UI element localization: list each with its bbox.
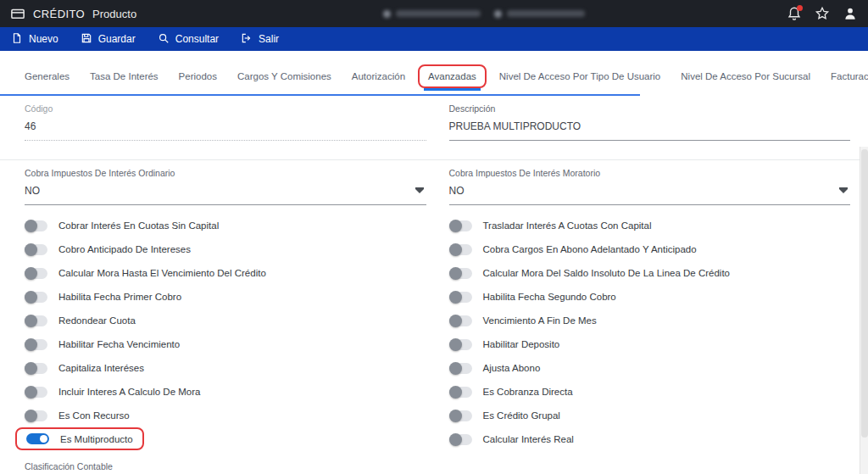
advanced-settings-panel: Código 46 Descripción PRUEBA MULTIPRODUC…	[0, 96, 868, 474]
tab-label: Facturación	[831, 71, 868, 81]
toggle-switch[interactable]	[25, 268, 47, 279]
toggle-knob	[25, 220, 37, 232]
toggle-switch[interactable]	[25, 387, 47, 398]
toggle-switch[interactable]	[449, 339, 472, 350]
redacted-header-text	[383, 0, 585, 27]
tab-label: Tasa De Interés	[90, 71, 159, 81]
tab-cargos-y-comisiones[interactable]: Cargos Y Comisiones	[227, 56, 342, 96]
impuesto-ordinario-value[interactable]: NO	[25, 185, 426, 197]
toggle-switch[interactable]	[449, 220, 472, 231]
tab-label: Cargos Y Comisiones	[237, 71, 331, 81]
codigo-field: Código 46	[25, 96, 426, 141]
toggle-knob	[25, 315, 37, 327]
toggle-row: Habilitar Deposito	[449, 332, 851, 356]
save-button[interactable]: Guardar	[81, 32, 136, 47]
toggle-switch[interactable]	[25, 292, 47, 303]
toggle-knob	[449, 220, 462, 232]
descripcion-field[interactable]: Descripción PRUEBA MULTIPRODUCTO	[449, 96, 851, 141]
toggle-switch[interactable]	[25, 339, 47, 350]
toggle-switch[interactable]	[25, 410, 47, 421]
toggle-row: Es Crédito Grupal	[449, 404, 851, 427]
toggle-row: Incluir Interes A Calculo De Mora	[25, 380, 426, 404]
toggle-switch[interactable]	[449, 268, 472, 279]
toggle-knob	[25, 243, 37, 256]
tab-label: Generales	[25, 71, 70, 81]
descripcion-value[interactable]: PRUEBA MULTIPRODUCTO	[449, 120, 851, 132]
tab-generales[interactable]: Generales	[14, 56, 80, 96]
tab-label: Autorización	[352, 71, 405, 81]
new-file-icon	[11, 32, 23, 47]
toggle-knob	[25, 362, 37, 375]
clasificacion-contable-select[interactable]: Clasificación Contable SIN CONCEPTO	[25, 454, 850, 474]
toggle-label: Cobra Cargos En Abono Adelantado Y Antic…	[483, 244, 697, 254]
tab-strip: GeneralesTasa De InterésPeriodosCargos Y…	[0, 51, 868, 96]
tab-label: Avanzadas	[428, 71, 476, 81]
toggle-label: Calcular Mora Del Saldo Insoluto De La L…	[483, 268, 731, 278]
toggle-label: Trasladar Interés A Cuotas Con Capital	[483, 220, 652, 231]
consult-button-label: Consultar	[175, 33, 219, 45]
scrollbar-thumb[interactable]	[861, 149, 868, 438]
toggle-row: Habilita Fecha Segundo Cobro	[449, 285, 851, 309]
toggle-knob	[449, 267, 462, 280]
toggle-switch[interactable]	[25, 220, 47, 231]
toggle-label: Es Crédito Grupal	[483, 410, 560, 421]
toggle-knob	[449, 410, 462, 422]
impuesto-moratorio-value[interactable]: NO	[449, 185, 851, 197]
tab-label: Nivel De Acceso Por Tipo De Usuario	[499, 71, 660, 81]
chevron-down-icon[interactable]	[839, 189, 848, 193]
clasificacion-contable-label: Clasificación Contable	[25, 454, 850, 471]
descripcion-label: Descripción	[449, 96, 851, 114]
toggle-row: Es Con Recurso	[25, 404, 426, 427]
toolbar: Nuevo Guardar Consultar Salir	[0, 27, 868, 51]
toggle-switch[interactable]	[26, 433, 49, 444]
bell-icon[interactable]	[787, 6, 802, 21]
toggle-switch[interactable]	[449, 387, 472, 398]
exit-button[interactable]: Salir	[241, 32, 279, 47]
tab-autorizacion[interactable]: Autorización	[342, 56, 415, 96]
star-icon[interactable]	[815, 6, 830, 21]
descripcion-underline	[449, 140, 851, 141]
toggle-knob	[25, 267, 37, 280]
impuesto-ordinario-select[interactable]: Cobra Impuestos De Interés Ordinario NO	[25, 160, 426, 205]
toggle-switch[interactable]	[449, 363, 472, 374]
tab-label: Nivel De Acceso Por Sucursal	[681, 71, 810, 81]
toggle-row: Cobra Cargos En Abono Adelantado Y Antic…	[449, 237, 851, 261]
impuesto-moratorio-select[interactable]: Cobra Impuestos De Interés Moratorio NO	[449, 160, 851, 205]
save-button-label: Guardar	[98, 33, 136, 45]
toggle-label: Habilita Fecha Segundo Cobro	[483, 292, 616, 302]
toggle-knob	[449, 386, 462, 399]
page-title: Producto	[92, 8, 136, 20]
user-icon[interactable]	[843, 6, 858, 21]
toggle-switch[interactable]	[25, 315, 47, 326]
toggle-knob	[25, 291, 37, 304]
toggle-switch[interactable]	[25, 244, 47, 255]
impuesto-ordinario-label: Cobra Impuestos De Interés Ordinario	[25, 160, 426, 178]
toggle-label: Cobro Anticipado De Intereses	[58, 244, 191, 254]
toggle-label: Ajusta Abono	[483, 363, 541, 373]
toggle-switch[interactable]	[25, 363, 47, 374]
toggle-switch[interactable]	[449, 244, 472, 255]
toggle-label: Cobrar Interés En Cuotas Sin Capital	[58, 220, 219, 231]
toggle-row: Cobro Anticipado De Intereses	[25, 237, 426, 261]
toggle-knob	[449, 291, 462, 304]
tab-periodos[interactable]: Periodos	[169, 56, 227, 96]
toggle-row: Cobrar Interés En Cuotas Sin Capital	[25, 214, 426, 237]
toggle-row: Calcular Mora Hasta El Vencimiento Del C…	[25, 261, 426, 285]
tab-nivel-de-acceso-por-sucursal[interactable]: Nivel De Acceso Por Sucursal	[670, 56, 821, 96]
consult-button[interactable]: Consultar	[158, 32, 219, 47]
tab-nivel-de-acceso-por-tipo-de-usuario[interactable]: Nivel De Acceso Por Tipo De Usuario	[489, 56, 670, 96]
toggle-switch[interactable]	[449, 292, 472, 303]
chevron-down-icon[interactable]	[415, 189, 424, 193]
exit-icon	[241, 32, 253, 47]
tab-facturacion[interactable]: Facturación	[821, 56, 868, 96]
toggle-label: Incluir Interes A Calculo De Mora	[58, 387, 200, 397]
toggle-switch[interactable]	[449, 315, 472, 326]
toggle-label: Habilitar Deposito	[483, 339, 560, 349]
new-button[interactable]: Nuevo	[11, 32, 58, 47]
toggle-switch[interactable]	[449, 410, 472, 421]
toggle-switch[interactable]	[449, 434, 472, 445]
tab-tasa-de-interes[interactable]: Tasa De Interés	[80, 56, 169, 96]
toggle-row: Es Cobranza Directa	[449, 380, 851, 404]
tab-avanzadas[interactable]: Avanzadas	[418, 64, 487, 88]
vertical-scrollbar[interactable]	[860, 147, 868, 474]
